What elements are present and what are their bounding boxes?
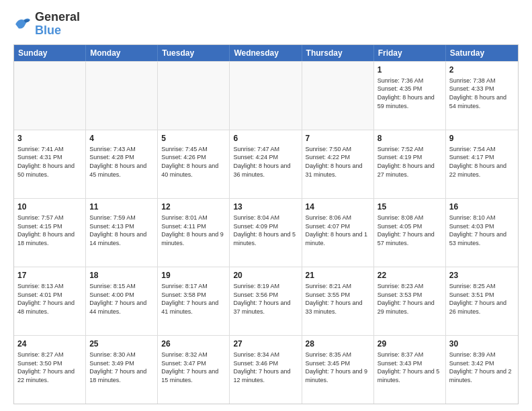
cal-cell: 5Sunrise: 7:45 AM Sunset: 4:26 PM Daylig… [158, 130, 230, 198]
header-day-friday: Friday [374, 45, 446, 61]
cal-cell: 24Sunrise: 8:27 AM Sunset: 3:50 PM Dayli… [14, 336, 86, 404]
cal-cell: 4Sunrise: 7:43 AM Sunset: 4:28 PM Daylig… [86, 130, 158, 198]
cal-cell: 22Sunrise: 8:23 AM Sunset: 3:53 PM Dayli… [374, 267, 446, 335]
day-number: 22 [378, 270, 442, 281]
day-number: 8 [378, 133, 442, 144]
cal-cell: 13Sunrise: 8:04 AM Sunset: 4:09 PM Dayli… [230, 199, 302, 267]
day-info: Sunrise: 8:25 AM Sunset: 3:51 PM Dayligh… [449, 282, 515, 316]
cal-cell: 17Sunrise: 8:13 AM Sunset: 4:01 PM Dayli… [14, 267, 86, 335]
header-day-saturday: Saturday [446, 45, 518, 61]
day-number: 2 [449, 64, 515, 75]
day-number: 3 [17, 133, 82, 144]
cal-cell: 16Sunrise: 8:10 AM Sunset: 4:03 PM Dayli… [446, 199, 518, 267]
day-number: 30 [449, 338, 515, 349]
cal-cell: 2Sunrise: 7:38 AM Sunset: 4:33 PM Daylig… [446, 62, 518, 130]
cal-cell: 25Sunrise: 8:30 AM Sunset: 3:49 PM Dayli… [86, 336, 158, 404]
day-info: Sunrise: 8:37 AM Sunset: 3:43 PM Dayligh… [378, 351, 442, 384]
page: General Blue SundayMondayTuesdayWednesda… [0, 0, 532, 411]
cal-cell [86, 62, 158, 130]
cal-cell: 6Sunrise: 7:47 AM Sunset: 4:24 PM Daylig… [230, 130, 302, 198]
day-info: Sunrise: 7:50 AM Sunset: 4:22 PM Dayligh… [306, 145, 370, 179]
calendar-header: SundayMondayTuesdayWednesdayThursdayFrid… [14, 45, 518, 61]
cal-cell: 14Sunrise: 8:06 AM Sunset: 4:07 PM Dayli… [302, 199, 374, 267]
day-info: Sunrise: 7:45 AM Sunset: 4:26 PM Dayligh… [161, 145, 226, 179]
cal-cell: 1Sunrise: 7:36 AM Sunset: 4:35 PM Daylig… [374, 62, 446, 130]
day-info: Sunrise: 8:32 AM Sunset: 3:47 PM Dayligh… [161, 351, 226, 384]
day-info: Sunrise: 8:30 AM Sunset: 3:49 PM Dayligh… [89, 351, 154, 384]
cal-cell: 27Sunrise: 8:34 AM Sunset: 3:46 PM Dayli… [230, 336, 302, 404]
week-row-2: 3Sunrise: 7:41 AM Sunset: 4:31 PM Daylig… [14, 130, 518, 198]
day-info: Sunrise: 8:15 AM Sunset: 4:00 PM Dayligh… [89, 282, 154, 316]
day-number: 11 [89, 201, 154, 212]
cal-cell: 28Sunrise: 8:35 AM Sunset: 3:45 PM Dayli… [302, 336, 374, 404]
calendar-body: 1Sunrise: 7:36 AM Sunset: 4:35 PM Daylig… [14, 61, 518, 404]
day-number: 14 [306, 201, 370, 212]
day-info: Sunrise: 7:43 AM Sunset: 4:28 PM Dayligh… [89, 145, 154, 179]
day-info: Sunrise: 8:39 AM Sunset: 3:42 PM Dayligh… [449, 351, 515, 384]
day-info: Sunrise: 8:08 AM Sunset: 4:05 PM Dayligh… [378, 214, 442, 247]
day-number: 26 [161, 338, 226, 349]
day-number: 16 [449, 201, 515, 212]
cal-cell: 29Sunrise: 8:37 AM Sunset: 3:43 PM Dayli… [374, 336, 446, 404]
header: General Blue [13, 11, 519, 38]
header-day-wednesday: Wednesday [230, 45, 302, 61]
day-info: Sunrise: 7:36 AM Sunset: 4:35 PM Dayligh… [378, 77, 442, 110]
day-number: 23 [449, 270, 515, 281]
day-number: 15 [378, 201, 442, 212]
cal-cell [14, 62, 86, 130]
logo-icon [13, 15, 32, 34]
week-row-3: 10Sunrise: 7:57 AM Sunset: 4:15 PM Dayli… [14, 198, 518, 267]
day-number: 24 [17, 338, 82, 349]
cal-cell: 20Sunrise: 8:19 AM Sunset: 3:56 PM Dayli… [230, 267, 302, 335]
cal-cell: 12Sunrise: 8:01 AM Sunset: 4:11 PM Dayli… [158, 199, 230, 267]
cal-cell [158, 62, 230, 130]
header-day-sunday: Sunday [14, 45, 86, 61]
day-info: Sunrise: 7:47 AM Sunset: 4:24 PM Dayligh… [233, 145, 298, 179]
cal-cell: 3Sunrise: 7:41 AM Sunset: 4:31 PM Daylig… [14, 130, 86, 198]
week-row-1: 1Sunrise: 7:36 AM Sunset: 4:35 PM Daylig… [14, 61, 518, 130]
day-number: 19 [161, 270, 226, 281]
cal-cell: 11Sunrise: 7:59 AM Sunset: 4:13 PM Dayli… [86, 199, 158, 267]
day-number: 4 [89, 133, 154, 144]
day-info: Sunrise: 8:35 AM Sunset: 3:45 PM Dayligh… [306, 351, 370, 384]
day-number: 29 [378, 338, 442, 349]
cal-cell: 15Sunrise: 8:08 AM Sunset: 4:05 PM Dayli… [374, 199, 446, 267]
day-number: 21 [306, 270, 370, 281]
day-info: Sunrise: 8:10 AM Sunset: 4:03 PM Dayligh… [449, 214, 515, 247]
cal-cell: 26Sunrise: 8:32 AM Sunset: 3:47 PM Dayli… [158, 336, 230, 404]
day-number: 6 [233, 133, 298, 144]
cal-cell: 18Sunrise: 8:15 AM Sunset: 4:00 PM Dayli… [86, 267, 158, 335]
cal-cell: 19Sunrise: 8:17 AM Sunset: 3:58 PM Dayli… [158, 267, 230, 335]
logo-text: General Blue [35, 11, 80, 38]
day-info: Sunrise: 8:34 AM Sunset: 3:46 PM Dayligh… [233, 351, 298, 384]
day-info: Sunrise: 8:23 AM Sunset: 3:53 PM Dayligh… [378, 282, 442, 316]
cal-cell [302, 62, 374, 130]
day-number: 7 [306, 133, 370, 144]
week-row-5: 24Sunrise: 8:27 AM Sunset: 3:50 PM Dayli… [14, 335, 518, 404]
day-info: Sunrise: 8:21 AM Sunset: 3:55 PM Dayligh… [306, 282, 370, 316]
cal-cell [230, 62, 302, 130]
calendar: SundayMondayTuesdayWednesdayThursdayFrid… [13, 44, 519, 404]
header-day-monday: Monday [86, 45, 158, 61]
day-info: Sunrise: 8:17 AM Sunset: 3:58 PM Dayligh… [161, 282, 226, 316]
day-number: 12 [161, 201, 226, 212]
day-number: 13 [233, 201, 298, 212]
day-info: Sunrise: 7:57 AM Sunset: 4:15 PM Dayligh… [17, 214, 82, 247]
day-number: 9 [449, 133, 515, 144]
day-info: Sunrise: 8:13 AM Sunset: 4:01 PM Dayligh… [17, 282, 82, 316]
cal-cell: 9Sunrise: 7:54 AM Sunset: 4:17 PM Daylig… [446, 130, 518, 198]
header-day-tuesday: Tuesday [158, 45, 230, 61]
day-info: Sunrise: 8:27 AM Sunset: 3:50 PM Dayligh… [17, 351, 82, 384]
day-info: Sunrise: 8:19 AM Sunset: 3:56 PM Dayligh… [233, 282, 298, 316]
week-row-4: 17Sunrise: 8:13 AM Sunset: 4:01 PM Dayli… [14, 267, 518, 335]
header-day-thursday: Thursday [302, 45, 374, 61]
day-info: Sunrise: 7:59 AM Sunset: 4:13 PM Dayligh… [89, 214, 154, 247]
day-info: Sunrise: 7:54 AM Sunset: 4:17 PM Dayligh… [449, 145, 515, 179]
day-info: Sunrise: 8:01 AM Sunset: 4:11 PM Dayligh… [161, 214, 226, 247]
day-number: 17 [17, 270, 82, 281]
day-number: 25 [89, 338, 154, 349]
logo: General Blue [13, 11, 80, 38]
day-number: 20 [233, 270, 298, 281]
day-info: Sunrise: 7:52 AM Sunset: 4:19 PM Dayligh… [378, 145, 442, 179]
cal-cell: 21Sunrise: 8:21 AM Sunset: 3:55 PM Dayli… [302, 267, 374, 335]
